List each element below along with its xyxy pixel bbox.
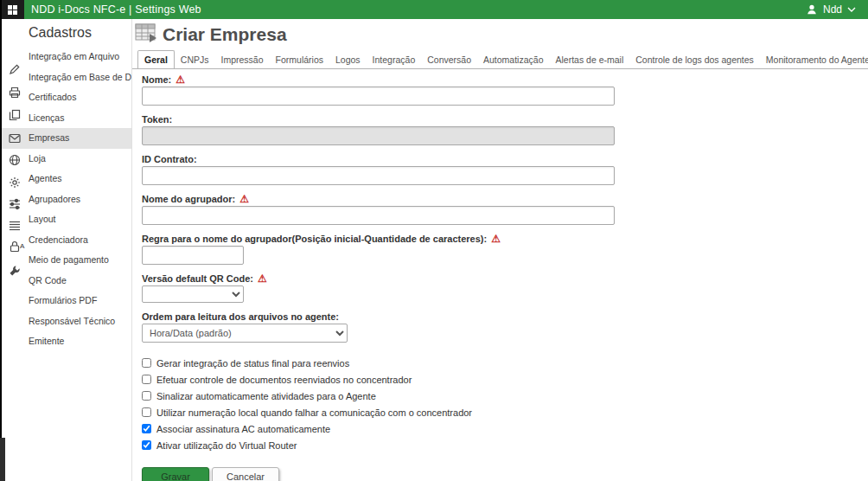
- tab-integracao[interactable]: Integração: [367, 51, 422, 68]
- assinatura-ac-checkbox[interactable]: [142, 424, 151, 433]
- versao-qr-select[interactable]: [142, 285, 244, 303]
- virtual-router-checkbox[interactable]: [142, 440, 151, 450]
- ordem-leitura-select[interactable]: Hora/Data (padrão): [142, 324, 348, 343]
- tab-impressao[interactable]: Impressão: [215, 51, 270, 68]
- checkbox-sinalizar-atividades[interactable]: Sinalizar automaticamente atividades par…: [142, 388, 868, 404]
- page-title: Criar Empresa: [163, 24, 287, 45]
- printer-icon[interactable]: [8, 86, 22, 99]
- field-nome: Nome: ⚠: [142, 74, 868, 106]
- field-nome-agrupador: Nome do agrupador: ⚠: [142, 194, 868, 225]
- tab-monitoramento-agente[interactable]: Monitoramento do Agente: [760, 51, 868, 68]
- app-title: NDD i-Docs NFC-e | Settings Web: [31, 3, 201, 16]
- user-menu[interactable]: Ndd: [806, 3, 868, 16]
- wrench-icon[interactable]: [8, 264, 22, 278]
- apps-grid-icon: [8, 5, 17, 15]
- window-edge: [0, 0, 2, 481]
- warning-icon: ⚠: [491, 234, 501, 244]
- tab-logos[interactable]: Logos: [329, 51, 367, 68]
- id-contrato-label: ID Contrato:: [142, 154, 868, 164]
- globe-icon[interactable]: [8, 153, 22, 167]
- nome-agrupador-label: Nome do agrupador: ⚠: [142, 194, 868, 204]
- token-input: [142, 126, 615, 145]
- tab-alertas-email[interactable]: Alertas de e-mail: [549, 51, 629, 68]
- cancel-button[interactable]: Cancelar: [212, 467, 279, 481]
- tab-controle-logs[interactable]: Controle de logs dos agentes: [629, 51, 760, 68]
- regra-agrupador-input[interactable]: [142, 246, 244, 265]
- checkbox-gerar-integracao[interactable]: Gerar integração de status final para re…: [142, 355, 868, 371]
- tab-geral[interactable]: Geral: [137, 50, 175, 69]
- regra-agrupador-label: Regra para o nome do agrupador(Posição i…: [142, 234, 868, 244]
- efetuar-controle-checkbox[interactable]: [142, 375, 151, 384]
- pen-icon[interactable]: [8, 62, 22, 76]
- apps-menu-button[interactable]: [0, 0, 24, 19]
- ordem-leitura-label: Ordem para leitura dos arquivos no agent…: [142, 311, 868, 322]
- versao-qr-label: Versão default QR Code: ⚠: [142, 273, 868, 284]
- sinalizar-atividades-checkbox[interactable]: [142, 391, 151, 401]
- warning-icon: ⚠: [239, 194, 249, 204]
- token-label: Token:: [142, 114, 868, 125]
- tab-formularios[interactable]: Formulários: [270, 51, 329, 68]
- checkbox-virtual-router[interactable]: Ativar utilização do Virtual Router: [142, 437, 868, 453]
- table-icon: [135, 22, 157, 47]
- id-contrato-input[interactable]: [142, 166, 615, 185]
- field-versao-qr: Versão default QR Code: ⚠: [142, 273, 868, 303]
- user-name: Ndd: [823, 3, 842, 16]
- page-header: Criar Empresa: [132, 19, 868, 50]
- checkbox-numeracao-local[interactable]: Utilizar numeração local quando falhar a…: [142, 404, 868, 420]
- field-regra-agrupador: Regra para o nome do agrupador(Posição i…: [142, 234, 868, 265]
- save-button[interactable]: Gravar: [142, 467, 209, 481]
- list-icon[interactable]: [8, 219, 22, 233]
- nome-agrupador-input[interactable]: [142, 206, 615, 225]
- field-token: Token:: [142, 114, 868, 145]
- top-bar: NDD i-Docs NFC-e | Settings Web Ndd: [0, 0, 868, 19]
- mail-icon[interactable]: [8, 131, 22, 145]
- sliders-icon[interactable]: [8, 197, 22, 211]
- warning-icon: ⚠: [258, 273, 267, 284]
- warning-icon: ⚠: [176, 74, 185, 85]
- tab-conversao[interactable]: Conversão: [421, 51, 477, 68]
- icon-rail: A: [2, 19, 26, 481]
- user-icon: [806, 3, 818, 16]
- field-ordem-leitura: Ordem para leitura dos arquivos no agent…: [142, 311, 868, 343]
- nome-label: Nome: ⚠: [142, 74, 868, 85]
- checkbox-group: Gerar integração de status final para re…: [142, 355, 868, 453]
- gear-icon[interactable]: [8, 176, 22, 189]
- nome-input[interactable]: [142, 87, 615, 106]
- tab-bar: Geral CNPJs Impressão Formulários Logos …: [132, 50, 868, 69]
- scrollbar-thumb[interactable]: [0, 438, 5, 481]
- checkbox-efetuar-controle[interactable]: Efetuar controle de documentos reenviado…: [142, 371, 868, 388]
- chevron-down-icon: [847, 7, 856, 12]
- documents-icon[interactable]: [8, 108, 22, 122]
- form-geral: Nome: ⚠ Token: ID Contrato: Nome do agru…: [132, 69, 868, 481]
- checkbox-assinatura-ac[interactable]: Associar assinatura AC automaticamente: [142, 420, 868, 437]
- tab-automatizacao[interactable]: Automatização: [477, 51, 549, 68]
- main-content: Criar Empresa Geral CNPJs Impressão Form…: [132, 19, 868, 481]
- button-row: Gravar Cancelar: [142, 467, 868, 481]
- a-badge: A: [20, 242, 24, 250]
- numeracao-local-checkbox[interactable]: [142, 407, 151, 417]
- gerar-integracao-checkbox[interactable]: [142, 358, 151, 368]
- field-id-contrato: ID Contrato:: [142, 154, 868, 185]
- tab-cnpjs[interactable]: CNPJs: [175, 51, 215, 68]
